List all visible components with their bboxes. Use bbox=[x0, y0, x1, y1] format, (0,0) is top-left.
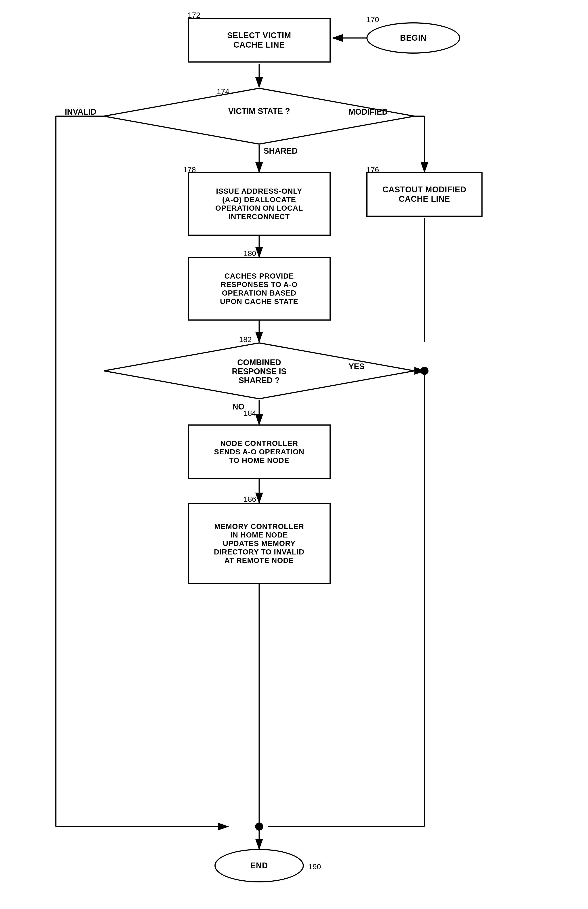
castout-ref: 176 bbox=[367, 165, 379, 174]
node-controller-ref-above: 184 bbox=[244, 409, 256, 418]
svg-point-21 bbox=[420, 367, 428, 375]
yes-label: YES bbox=[349, 362, 365, 371]
issue-ao-ref: 178 bbox=[183, 165, 196, 174]
invalid-label: INVALID bbox=[65, 107, 96, 116]
caches-provide-node: CACHES PROVIDE RESPONSES TO A-O OPERATIO… bbox=[187, 257, 331, 321]
svg-text:RESPONSE IS: RESPONSE IS bbox=[232, 367, 286, 376]
diagram-container: BEGIN 170 SELECT VICTIM CACHE LINE 172 V… bbox=[0, 0, 588, 909]
svg-point-20 bbox=[255, 823, 263, 831]
issue-ao-node: ISSUE ADDRESS-ONLY (A-O) DEALLOCATE OPER… bbox=[187, 172, 331, 236]
begin-label: BEGIN bbox=[400, 33, 426, 43]
end-ref: 190 bbox=[308, 862, 321, 871]
memory-controller-ref: 186 bbox=[244, 495, 256, 504]
select-victim-node: SELECT VICTIM CACHE LINE bbox=[187, 18, 331, 63]
memory-controller-label: MEMORY CONTROLLER IN HOME NODE UPDATES M… bbox=[214, 522, 304, 565]
combined-response-diamond-svg: COMBINED RESPONSE IS SHARED ? bbox=[103, 342, 415, 400]
select-victim-ref: 172 bbox=[187, 11, 200, 19]
memory-controller-node: MEMORY CONTROLLER IN HOME NODE UPDATES M… bbox=[187, 503, 331, 584]
castout-node: CASTOUT MODIFIED CACHE LINE bbox=[367, 172, 483, 217]
caches-provide-ref: 180 bbox=[244, 249, 256, 258]
node-controller-label: NODE CONTROLLER SENDS A-O OPERATION TO H… bbox=[214, 439, 304, 465]
modified-label: MODIFIED bbox=[349, 107, 388, 116]
combined-response-ref: 182 bbox=[239, 335, 252, 344]
svg-text:SHARED ?: SHARED ? bbox=[239, 376, 280, 385]
castout-label: CASTOUT MODIFIED CACHE LINE bbox=[383, 185, 466, 204]
issue-ao-label: ISSUE ADDRESS-ONLY (A-O) DEALLOCATE OPER… bbox=[215, 187, 303, 221]
caches-provide-label: CACHES PROVIDE RESPONSES TO A-O OPERATIO… bbox=[220, 272, 298, 306]
victim-state-ref: 174 bbox=[217, 87, 229, 96]
svg-text:COMBINED: COMBINED bbox=[237, 358, 281, 367]
select-victim-label: SELECT VICTIM CACHE LINE bbox=[227, 31, 291, 50]
svg-text:VICTIM STATE ?: VICTIM STATE ? bbox=[228, 107, 290, 116]
begin-ref: 170 bbox=[367, 15, 379, 24]
no-label: NO bbox=[233, 402, 244, 412]
end-label: END bbox=[250, 861, 268, 870]
begin-node: BEGIN bbox=[367, 23, 460, 53]
node-controller-node: NODE CONTROLLER SENDS A-O OPERATION TO H… bbox=[187, 425, 331, 479]
shared-label: SHARED bbox=[263, 146, 297, 156]
end-node: END bbox=[215, 849, 304, 882]
